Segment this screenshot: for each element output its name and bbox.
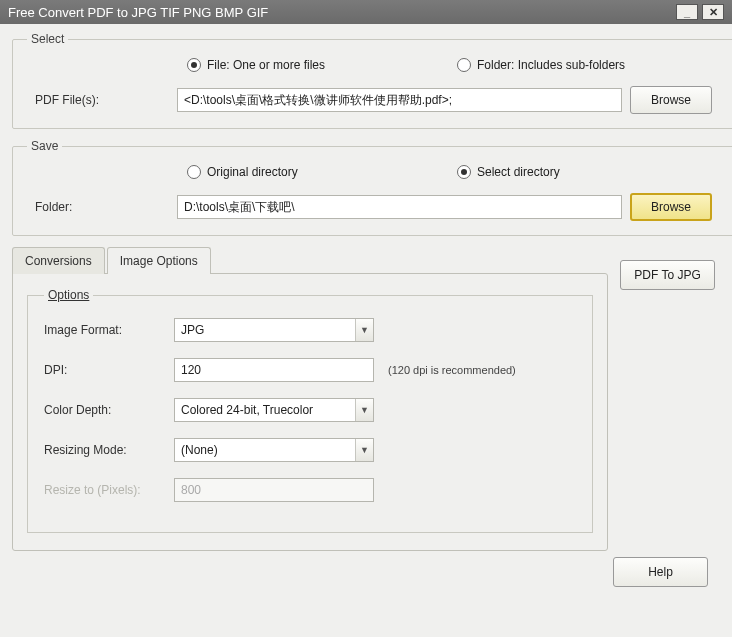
browse-files-button[interactable]: Browse	[630, 86, 712, 114]
folder-input[interactable]	[177, 195, 622, 219]
options-legend: Options	[44, 288, 93, 302]
tab-conversions[interactable]: Conversions	[12, 247, 105, 274]
window-title: Free Convert PDF to JPG TIF PNG BMP GIF	[8, 5, 268, 20]
tabstrip: Conversions Image Options	[12, 247, 608, 274]
resize-pixels-label: Resize to (Pixels):	[44, 483, 174, 497]
resize-pixels-input	[174, 478, 374, 502]
browse-folder-button[interactable]: Browse	[630, 193, 712, 221]
help-button[interactable]: Help	[613, 557, 708, 587]
resizing-mode-label: Resizing Mode:	[44, 443, 174, 457]
color-depth-select[interactable]: ▼	[174, 398, 374, 422]
radio-folder-mode[interactable]: Folder: Includes sub-folders	[457, 58, 727, 72]
radio-dot-icon	[187, 58, 201, 72]
image-format-select[interactable]: ▼	[174, 318, 374, 342]
chevron-down-icon[interactable]: ▼	[355, 439, 373, 461]
select-legend: Select	[27, 32, 68, 46]
radio-dot-icon	[457, 165, 471, 179]
radio-original-dir[interactable]: Original directory	[187, 165, 457, 179]
pdf-files-input[interactable]	[177, 88, 622, 112]
dpi-hint: (120 dpi is recommended)	[388, 364, 516, 376]
tab-image-options[interactable]: Image Options	[107, 247, 211, 274]
titlebar: Free Convert PDF to JPG TIF PNG BMP GIF …	[0, 0, 732, 24]
image-format-label: Image Format:	[44, 323, 174, 337]
minimize-button[interactable]: _	[676, 4, 698, 20]
radio-dot-icon	[457, 58, 471, 72]
save-legend: Save	[27, 139, 62, 153]
radio-dot-icon	[187, 165, 201, 179]
radio-select-dir[interactable]: Select directory	[457, 165, 727, 179]
select-group: Select File: One or more files Folder: I…	[12, 32, 732, 129]
dpi-label: DPI:	[44, 363, 174, 377]
close-button[interactable]: ✕	[702, 4, 724, 20]
resizing-mode-select[interactable]: ▼	[174, 438, 374, 462]
pdf-files-label: PDF File(s):	[27, 93, 177, 107]
chevron-down-icon[interactable]: ▼	[355, 319, 373, 341]
dpi-input[interactable]	[174, 358, 374, 382]
convert-button[interactable]: PDF To JPG	[620, 260, 715, 290]
color-depth-label: Color Depth:	[44, 403, 174, 417]
folder-label: Folder:	[27, 200, 177, 214]
options-group: Options Image Format: ▼ DPI: (120 dpi is…	[27, 288, 593, 533]
tab-panel: Options Image Format: ▼ DPI: (120 dpi is…	[12, 273, 608, 551]
save-group: Save Original directory Select directory…	[12, 139, 732, 236]
radio-file-mode[interactable]: File: One or more files	[187, 58, 457, 72]
chevron-down-icon[interactable]: ▼	[355, 399, 373, 421]
